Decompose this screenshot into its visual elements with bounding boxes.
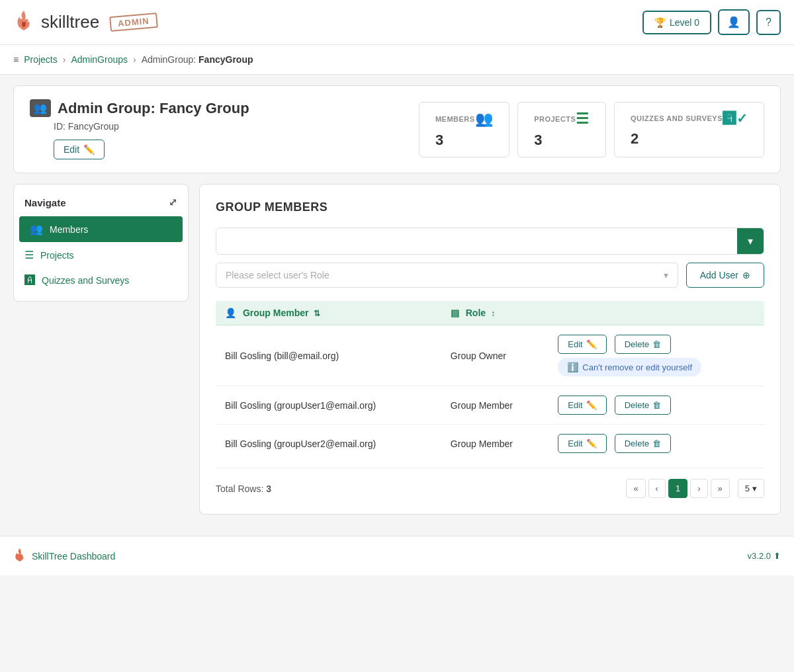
footer-logo-icon bbox=[13, 547, 26, 565]
stats-area: MEMBERS 👥 3 PROJECTS ☰ 3 QUIZZES AND SUR… bbox=[411, 102, 764, 157]
current-page-button[interactable]: 1 bbox=[668, 479, 687, 498]
footer-version: v3.2.0 ⬆ bbox=[748, 551, 781, 561]
info-icon: ℹ️ bbox=[567, 362, 578, 372]
delete-member-button-1[interactable]: Delete 🗑 bbox=[615, 396, 672, 415]
member-actions-cell: Edit ✏️Delete 🗑 bbox=[549, 425, 764, 463]
breadcrumb-admin-groups[interactable]: AdminGroups bbox=[71, 54, 128, 65]
user-button[interactable]: 👤 bbox=[718, 9, 750, 35]
member-role-cell: Group Owner bbox=[441, 325, 549, 386]
role-dropdown-icon: ▾ bbox=[664, 270, 668, 280]
members-table: 👤 Group Member ⇅ ▤ Role ↕ Bill Gosling ( bbox=[216, 301, 764, 462]
members-sidebar-icon: 👥 bbox=[30, 223, 43, 235]
member-name-cell: Bill Gosling (groupUser2@email.org) bbox=[216, 425, 441, 463]
breadcrumb-sep-2: › bbox=[133, 54, 136, 65]
group-id: ID: FancyGroup bbox=[54, 121, 384, 132]
group-icon: 👥 bbox=[30, 99, 51, 117]
header: skilltree ADMIN 🏆 Level 0 👤 ? bbox=[0, 0, 794, 45]
edit-member-button-2[interactable]: Edit ✏️ bbox=[558, 434, 606, 453]
admin-badge: ADMIN bbox=[109, 13, 157, 32]
member-name-cell: Bill Gosling (groupUser1@email.org) bbox=[216, 386, 441, 425]
projects-icon: ☰ bbox=[576, 110, 590, 128]
delete-member-icon: 🗑 bbox=[652, 339, 661, 349]
members-value: 3 bbox=[435, 132, 493, 149]
table-header-row: 👤 Group Member ⇅ ▤ Role ↕ bbox=[216, 301, 764, 325]
sort-icon-member[interactable]: ⇅ bbox=[314, 309, 320, 318]
last-page-button[interactable]: » bbox=[711, 479, 730, 498]
projects-sidebar-icon: ☰ bbox=[24, 249, 34, 261]
footer-logo[interactable]: SkillTree Dashboard bbox=[13, 547, 115, 565]
role-icon: ▤ bbox=[451, 308, 459, 318]
th-actions bbox=[549, 301, 764, 325]
breadcrumb-projects[interactable]: Projects bbox=[24, 54, 58, 65]
total-rows: Total Rows: 3 bbox=[216, 483, 623, 494]
next-page-button[interactable]: › bbox=[690, 479, 707, 498]
expand-icon[interactable]: ⤢ bbox=[169, 196, 177, 208]
delete-member-icon: 🗑 bbox=[652, 400, 661, 410]
th-group-member: 👤 Group Member ⇅ bbox=[216, 301, 441, 325]
table-row: Bill Gosling (groupUser1@email.org)Group… bbox=[216, 386, 764, 425]
search-row: ▾ bbox=[216, 228, 764, 255]
breadcrumb: ≡ Projects › AdminGroups › AdminGroup: F… bbox=[0, 45, 794, 75]
edit-member-icon: ✏️ bbox=[586, 400, 597, 410]
section-title: GROUP MEMBERS bbox=[216, 200, 764, 214]
main-panel: GROUP MEMBERS ▾ Please select user's Rol… bbox=[199, 184, 781, 515]
main-wrapper: 👥 Admin Group: Fancy Group ID: FancyGrou… bbox=[0, 75, 794, 525]
table-row: Bill Gosling (groupUser2@email.org)Group… bbox=[216, 425, 764, 463]
member-role-cell: Group Member bbox=[441, 386, 549, 425]
version-icon: ⬆ bbox=[773, 551, 781, 561]
delete-member-icon: 🗑 bbox=[652, 439, 661, 448]
stat-members: MEMBERS 👥 3 bbox=[419, 102, 509, 157]
content-area: Navigate ⤢ 👥 Members ☰ Projects 🅰 Quizze… bbox=[13, 184, 781, 515]
add-user-button[interactable]: Add User ⊕ bbox=[686, 263, 764, 288]
help-button[interactable]: ? bbox=[756, 10, 781, 35]
group-info: 👥 Admin Group: Fancy Group ID: FancyGrou… bbox=[30, 99, 384, 159]
logo-area: skilltree ADMIN bbox=[13, 8, 157, 36]
group-title: 👥 Admin Group: Fancy Group bbox=[30, 99, 384, 117]
search-dropdown-button[interactable]: ▾ bbox=[737, 228, 764, 254]
logo-text: skilltree bbox=[41, 12, 99, 32]
breadcrumb-sep-1: › bbox=[63, 54, 66, 65]
trophy-icon: 🏆 bbox=[654, 17, 666, 28]
edit-member-button-1[interactable]: Edit ✏️ bbox=[558, 396, 606, 415]
stat-quizzes: QUIZZES AND SURVEYS 🅰✓ 2 bbox=[614, 102, 764, 157]
th-role: ▤ Role ↕ bbox=[441, 301, 549, 325]
member-role-cell: Group Member bbox=[441, 425, 549, 463]
per-page-chevron: ▾ bbox=[752, 483, 757, 493]
footer: SkillTree Dashboard v3.2.0 ⬆ bbox=[0, 536, 794, 575]
sidebar-item-projects[interactable]: ☰ Projects bbox=[14, 242, 188, 268]
search-input[interactable] bbox=[216, 228, 737, 254]
projects-value: 3 bbox=[534, 132, 590, 149]
person-icon: 👤 bbox=[225, 308, 236, 318]
stat-projects: PROJECTS ☰ 3 bbox=[517, 102, 606, 157]
members-icon: 👥 bbox=[475, 110, 494, 128]
group-edit-button[interactable]: Edit ✏️ bbox=[54, 140, 105, 159]
sidebar-item-quizzes[interactable]: 🅰 Quizzes and Surveys bbox=[14, 268, 188, 293]
sidebar-header: Navigate ⤢ bbox=[14, 192, 188, 216]
quizzes-value: 2 bbox=[631, 130, 748, 147]
breadcrumb-current: AdminGroup: FancyGroup bbox=[142, 54, 253, 65]
delete-member-button-0[interactable]: Delete 🗑 bbox=[615, 335, 672, 354]
group-card: 👥 Admin Group: Fancy Group ID: FancyGrou… bbox=[13, 85, 781, 173]
level-button[interactable]: 🏆 Level 0 bbox=[642, 11, 711, 34]
role-select[interactable]: Please select user's Role ▾ bbox=[216, 263, 678, 288]
edit-member-icon: ✏️ bbox=[586, 339, 597, 349]
table-row: Bill Gosling (bill@email.org)Group Owner… bbox=[216, 325, 764, 386]
edit-member-icon: ✏️ bbox=[586, 439, 597, 448]
quizzes-sidebar-icon: 🅰 bbox=[24, 274, 35, 286]
member-name-cell: Bill Gosling (bill@email.org) bbox=[216, 325, 441, 386]
logo-icon bbox=[13, 8, 34, 36]
quizzes-icon: 🅰✓ bbox=[723, 110, 748, 126]
delete-member-button-2[interactable]: Delete 🗑 bbox=[615, 434, 672, 453]
member-actions-cell: Edit ✏️Delete 🗑 bbox=[549, 386, 764, 425]
first-page-button[interactable]: « bbox=[626, 479, 645, 498]
sidebar-item-members[interactable]: 👥 Members bbox=[19, 216, 183, 242]
edit-member-button-0[interactable]: Edit ✏️ bbox=[558, 335, 606, 354]
per-page-select[interactable]: 5 ▾ bbox=[738, 479, 764, 498]
header-right: 🏆 Level 0 👤 ? bbox=[642, 9, 781, 35]
prev-page-button[interactable]: ‹ bbox=[648, 479, 666, 498]
role-row: Please select user's Role ▾ Add User ⊕ bbox=[216, 263, 764, 288]
add-user-icon: ⊕ bbox=[742, 270, 750, 280]
sidebar: Navigate ⤢ 👥 Members ☰ Projects 🅰 Quizze… bbox=[13, 184, 189, 302]
sort-icon-role[interactable]: ↕ bbox=[491, 309, 495, 318]
pagination-row: Total Rows: 3 « ‹ 1 › » 5 ▾ bbox=[216, 468, 764, 498]
